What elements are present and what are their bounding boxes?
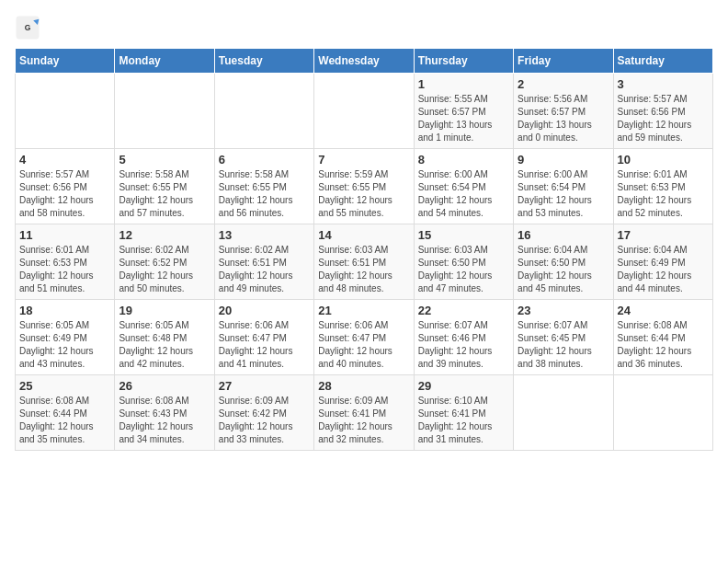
calendar-cell: 5Sunrise: 5:58 AM Sunset: 6:55 PM Daylig… [115,149,214,224]
day-info: Sunrise: 6:09 AM Sunset: 6:42 PM Dayligh… [219,395,310,446]
day-info: Sunrise: 6:00 AM Sunset: 6:54 PM Dayligh… [418,168,509,220]
calendar-header-row: SundayMondayTuesdayWednesdayThursdayFrid… [16,49,713,74]
day-info: Sunrise: 6:01 AM Sunset: 6:53 PM Dayligh… [618,168,709,220]
svg-text:G: G [25,23,31,32]
day-info: Sunrise: 5:58 AM Sunset: 6:55 PM Dayligh… [119,168,210,220]
day-info: Sunrise: 5:57 AM Sunset: 6:56 PM Dayligh… [19,168,110,220]
day-info: Sunrise: 6:08 AM Sunset: 6:44 PM Dayligh… [618,319,709,371]
day-info: Sunrise: 6:08 AM Sunset: 6:43 PM Dayligh… [119,395,210,446]
day-number: 1 [418,77,509,91]
calendar-cell: 25Sunrise: 6:08 AM Sunset: 6:44 PM Dayli… [16,375,115,451]
calendar-cell: 28Sunrise: 6:09 AM Sunset: 6:41 PM Dayli… [314,375,414,451]
day-number: 26 [119,379,210,393]
day-number: 17 [618,228,709,242]
day-number: 3 [618,77,709,91]
calendar-cell: 20Sunrise: 6:06 AM Sunset: 6:47 PM Dayli… [214,300,313,375]
day-number: 23 [518,304,609,317]
day-info: Sunrise: 6:03 AM Sunset: 6:50 PM Dayligh… [418,244,509,295]
day-number: 9 [518,153,609,167]
calendar-cell: 29Sunrise: 6:10 AM Sunset: 6:41 PM Dayli… [414,375,513,451]
day-info: Sunrise: 6:06 AM Sunset: 6:47 PM Dayligh… [219,319,310,371]
day-info: Sunrise: 5:55 AM Sunset: 6:57 PM Dayligh… [418,93,509,144]
calendar-cell: 11Sunrise: 6:01 AM Sunset: 6:53 PM Dayli… [16,224,115,300]
week-row-1: 4Sunrise: 5:57 AM Sunset: 6:56 PM Daylig… [16,149,713,224]
day-info: Sunrise: 6:10 AM Sunset: 6:41 PM Dayligh… [418,395,509,446]
day-info: Sunrise: 6:03 AM Sunset: 6:51 PM Dayligh… [318,244,409,295]
week-row-4: 25Sunrise: 6:08 AM Sunset: 6:44 PM Dayli… [16,375,713,451]
day-number: 2 [518,77,609,91]
calendar-cell: 19Sunrise: 6:05 AM Sunset: 6:48 PM Dayli… [115,300,214,375]
calendar-cell [314,74,414,149]
calendar-cell: 1Sunrise: 5:55 AM Sunset: 6:57 PM Daylig… [414,74,513,149]
day-number: 14 [318,228,409,242]
day-info: Sunrise: 6:07 AM Sunset: 6:46 PM Dayligh… [418,319,509,371]
day-number: 19 [119,304,210,317]
day-number: 11 [19,228,110,242]
week-row-2: 11Sunrise: 6:01 AM Sunset: 6:53 PM Dayli… [16,224,713,300]
calendar-cell: 14Sunrise: 6:03 AM Sunset: 6:51 PM Dayli… [314,224,414,300]
calendar-cell: 13Sunrise: 6:02 AM Sunset: 6:51 PM Dayli… [214,224,313,300]
day-number: 10 [618,153,709,167]
day-info: Sunrise: 6:00 AM Sunset: 6:54 PM Dayligh… [518,168,609,220]
calendar-cell: 18Sunrise: 6:05 AM Sunset: 6:49 PM Dayli… [16,300,115,375]
calendar-cell: 7Sunrise: 5:59 AM Sunset: 6:55 PM Daylig… [314,149,414,224]
calendar-cell: 23Sunrise: 6:07 AM Sunset: 6:45 PM Dayli… [514,300,613,375]
calendar-cell: 17Sunrise: 6:04 AM Sunset: 6:49 PM Dayli… [613,224,712,300]
day-info: Sunrise: 6:09 AM Sunset: 6:41 PM Dayligh… [318,395,409,446]
calendar-cell: 9Sunrise: 6:00 AM Sunset: 6:54 PM Daylig… [514,149,613,224]
calendar-cell: 22Sunrise: 6:07 AM Sunset: 6:46 PM Dayli… [414,300,513,375]
day-number: 4 [19,153,110,167]
day-number: 24 [618,304,709,317]
day-info: Sunrise: 6:08 AM Sunset: 6:44 PM Dayligh… [19,395,110,446]
calendar-cell: 8Sunrise: 6:00 AM Sunset: 6:54 PM Daylig… [414,149,513,224]
calendar-cell [16,74,115,149]
calendar-table: SundayMondayTuesdayWednesdayThursdayFrid… [15,48,713,451]
day-info: Sunrise: 6:05 AM Sunset: 6:48 PM Dayligh… [119,319,210,371]
calendar-cell: 27Sunrise: 6:09 AM Sunset: 6:42 PM Dayli… [214,375,313,451]
day-number: 21 [318,304,409,317]
day-info: Sunrise: 6:02 AM Sunset: 6:51 PM Dayligh… [219,244,310,295]
day-number: 25 [19,379,110,393]
calendar-cell: 2Sunrise: 5:56 AM Sunset: 6:57 PM Daylig… [514,74,613,149]
day-number: 16 [518,228,609,242]
calendar-cell: 12Sunrise: 6:02 AM Sunset: 6:52 PM Dayli… [115,224,214,300]
week-row-3: 18Sunrise: 6:05 AM Sunset: 6:49 PM Dayli… [16,300,713,375]
day-info: Sunrise: 5:56 AM Sunset: 6:57 PM Dayligh… [518,93,609,144]
calendar-cell: 16Sunrise: 6:04 AM Sunset: 6:50 PM Dayli… [514,224,613,300]
day-number: 8 [418,153,509,167]
header-monday: Monday [115,49,214,74]
day-number: 29 [418,379,509,393]
calendar-cell: 6Sunrise: 5:58 AM Sunset: 6:55 PM Daylig… [214,149,313,224]
day-number: 13 [219,228,310,242]
day-number: 27 [219,379,310,393]
header-tuesday: Tuesday [214,49,313,74]
day-info: Sunrise: 6:02 AM Sunset: 6:52 PM Dayligh… [119,244,210,295]
calendar-cell [115,74,214,149]
calendar-cell: 3Sunrise: 5:57 AM Sunset: 6:56 PM Daylig… [613,74,712,149]
day-number: 15 [418,228,509,242]
day-info: Sunrise: 6:04 AM Sunset: 6:49 PM Dayligh… [618,244,709,295]
day-number: 20 [219,304,310,317]
day-info: Sunrise: 6:01 AM Sunset: 6:53 PM Dayligh… [19,244,110,295]
calendar-cell [514,375,613,451]
calendar-cell: 15Sunrise: 6:03 AM Sunset: 6:50 PM Dayli… [414,224,513,300]
day-number: 28 [318,379,409,393]
header-thursday: Thursday [414,49,513,74]
day-info: Sunrise: 6:07 AM Sunset: 6:45 PM Dayligh… [518,319,609,371]
calendar-cell: 26Sunrise: 6:08 AM Sunset: 6:43 PM Dayli… [115,375,214,451]
calendar-cell [214,74,313,149]
day-info: Sunrise: 5:57 AM Sunset: 6:56 PM Dayligh… [618,93,709,144]
day-info: Sunrise: 6:06 AM Sunset: 6:47 PM Dayligh… [318,319,409,371]
calendar-cell: 4Sunrise: 5:57 AM Sunset: 6:56 PM Daylig… [16,149,115,224]
day-number: 5 [119,153,210,167]
logo-icon: G [15,15,40,40]
calendar-cell: 24Sunrise: 6:08 AM Sunset: 6:44 PM Dayli… [613,300,712,375]
header: G [15,15,713,40]
calendar-cell [613,375,712,451]
header-saturday: Saturday [613,49,712,74]
day-number: 12 [119,228,210,242]
header-wednesday: Wednesday [314,49,414,74]
day-info: Sunrise: 5:58 AM Sunset: 6:55 PM Dayligh… [219,168,310,220]
header-friday: Friday [514,49,613,74]
day-number: 6 [219,153,310,167]
